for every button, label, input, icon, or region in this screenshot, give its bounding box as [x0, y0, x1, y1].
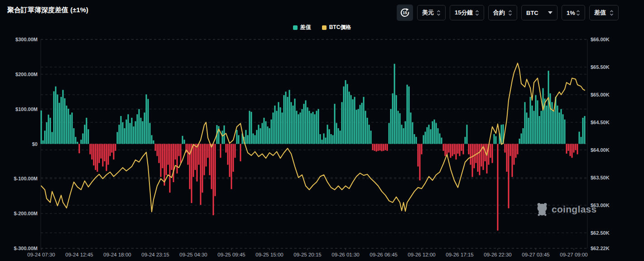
svg-text:$300.00M: $300.00M [15, 37, 38, 42]
svg-text:09-26 22:30: 09-26 22:30 [484, 252, 511, 257]
svg-text:$63.50K: $63.50K [591, 175, 610, 180]
coinglass-watermark: coinglass [536, 203, 597, 216]
coinglass-watermark-text: coinglass [552, 204, 597, 215]
coinglass-depth-page: { "page": { "title": "聚合訂單薄深度差值 (±1%)" }… [0, 0, 644, 261]
svg-text:$62.50K: $62.50K [591, 230, 610, 236]
svg-text:$62.22K: $62.22K [591, 246, 610, 251]
svg-text:$-100.00M: $-100.00M [14, 176, 38, 181]
svg-text:09-24 23:15: 09-24 23:15 [141, 252, 169, 257]
svg-text:09-27 03:45: 09-27 03:45 [522, 252, 549, 257]
svg-text:09-26 06:45: 09-26 06:45 [370, 252, 397, 257]
svg-text:09-24 18:00: 09-24 18:00 [103, 252, 131, 257]
depth-diff-chart-canvas[interactable]: $300.00M$200.00M$100.00M$0$-100.00M$-200… [0, 0, 644, 261]
svg-text:09-27 09:00: 09-27 09:00 [560, 252, 587, 257]
svg-text:09-25 20:15: 09-25 20:15 [293, 252, 321, 257]
svg-text:$0: $0 [32, 141, 38, 147]
svg-text:$64.00K: $64.00K [591, 147, 610, 153]
svg-text:09-25 09:45: 09-25 09:45 [217, 252, 245, 257]
svg-text:$100.00M: $100.00M [15, 106, 38, 112]
svg-text:09-25 15:00: 09-25 15:00 [255, 252, 283, 257]
svg-text:09-25 04:30: 09-25 04:30 [179, 252, 207, 257]
svg-text:$65.00K: $65.00K [591, 92, 610, 97]
svg-text:09-26 01:30: 09-26 01:30 [332, 252, 359, 257]
svg-text:09-24 12:45: 09-24 12:45 [65, 252, 93, 257]
svg-text:$64.50K: $64.50K [591, 120, 610, 125]
svg-text:$65.50K: $65.50K [591, 64, 610, 70]
coinglass-bear-logo-icon [536, 203, 548, 216]
svg-text:$200.00M: $200.00M [15, 72, 38, 77]
svg-text:09-24 07:30: 09-24 07:30 [27, 252, 55, 257]
svg-text:$-300.00M: $-300.00M [14, 246, 38, 251]
svg-text:09-26 17:15: 09-26 17:15 [446, 252, 473, 257]
svg-text:$-200.00M: $-200.00M [14, 211, 38, 216]
svg-text:09-26 12:00: 09-26 12:00 [408, 252, 435, 257]
svg-text:$66.00K: $66.00K [591, 37, 610, 42]
